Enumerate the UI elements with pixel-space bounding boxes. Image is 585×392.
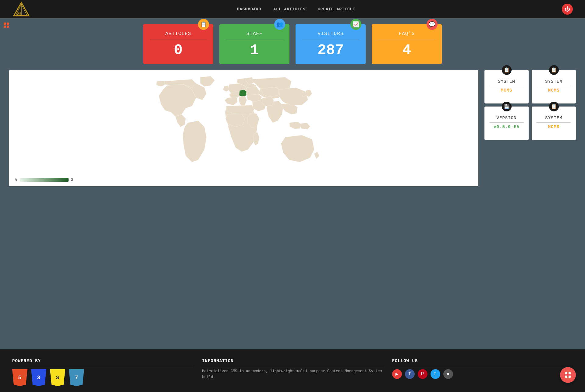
logo: CMS bbox=[12, 2, 30, 16]
nav-dashboard[interactable]: DASHBOARD bbox=[237, 7, 261, 12]
nav-create-article[interactable]: CREATE ARTICLE bbox=[318, 7, 355, 12]
info-card-system2: 📋 System MCMS bbox=[532, 70, 576, 103]
social-twitter[interactable]: t bbox=[431, 369, 440, 379]
svg-rect-7 bbox=[569, 376, 571, 378]
visitors-icon: 📈 bbox=[350, 19, 361, 30]
legend-min: 0 bbox=[15, 178, 17, 182]
info-cards-grid: 📋 System MCMS 📋 System MCMS 💾 Version v0… bbox=[484, 70, 576, 140]
logo-icon: CMS bbox=[12, 2, 30, 16]
info-card-value-1: MCMS bbox=[489, 88, 524, 93]
info-card-system1: 📋 System MCMS bbox=[484, 70, 529, 103]
svg-rect-6 bbox=[565, 376, 567, 378]
sidebar-toggle[interactable] bbox=[2, 21, 10, 29]
articles-title: Articles bbox=[149, 31, 207, 39]
world-map-wrapper bbox=[12, 73, 475, 177]
legend-bar bbox=[20, 178, 69, 182]
info-card-label-4: System bbox=[537, 116, 571, 123]
social-links: ▶ f P t ● bbox=[392, 369, 573, 379]
info-card-label-2: System bbox=[537, 79, 571, 86]
articles-icon: 📋 bbox=[198, 19, 209, 30]
stat-card-faqs: 💬 FAQ'S 4 bbox=[372, 24, 442, 64]
social-facebook[interactable]: f bbox=[405, 369, 415, 379]
svg-text:CMS: CMS bbox=[16, 12, 21, 15]
fab-icon bbox=[564, 371, 572, 379]
visitors-value: 287 bbox=[317, 43, 344, 58]
articles-value: 0 bbox=[174, 43, 183, 58]
faqs-value: 4 bbox=[402, 43, 411, 58]
faqs-icon: 💬 bbox=[427, 19, 438, 30]
info-card-value-3: v0.5.0-EA bbox=[489, 124, 524, 129]
world-map-svg bbox=[12, 73, 475, 177]
css3-badge: 3 bbox=[31, 369, 46, 386]
svg-rect-4 bbox=[565, 372, 567, 374]
js-badge: S bbox=[50, 369, 65, 386]
map-legend: 0 2 bbox=[12, 177, 475, 183]
info-card-value-4: MCMS bbox=[537, 124, 571, 129]
v7-badge: 7 bbox=[69, 369, 84, 386]
staff-title: Staff bbox=[225, 31, 283, 39]
navbar: CMS DASHBOARD ALL ARTICLES CREATE ARTICL… bbox=[0, 0, 585, 18]
info-card-label-3: Version bbox=[489, 116, 524, 123]
footer-follow-us-title: Follow Us bbox=[392, 359, 573, 366]
nav-links: DASHBOARD ALL ARTICLES CREATE ARTICLE bbox=[237, 7, 355, 12]
footer-powered-by-title: Powered by bbox=[12, 359, 193, 366]
stat-card-articles: 📋 Articles 0 bbox=[143, 24, 213, 64]
footer-follow-us: Follow Us ▶ f P t ● bbox=[392, 359, 573, 386]
nav-all-articles[interactable]: ALL ARTICLES bbox=[273, 7, 306, 12]
social-other[interactable]: ● bbox=[443, 369, 453, 379]
info-card-system3: 📋 System MCMS bbox=[532, 107, 576, 140]
footer-information-text: Materialized CMS is an modern, lightweig… bbox=[202, 369, 383, 380]
info-card-icon-2: 📋 bbox=[549, 65, 559, 75]
map-container: 0 2 bbox=[9, 70, 478, 186]
social-pinterest[interactable]: P bbox=[418, 369, 427, 379]
footer-logos: 5 3 S 7 bbox=[12, 369, 193, 386]
svg-rect-5 bbox=[569, 372, 571, 374]
social-youtube[interactable]: ▶ bbox=[392, 369, 402, 379]
footer: Powered by 5 3 S 7 Information Materiali… bbox=[0, 349, 585, 392]
stat-cards-row: 📋 Articles 0 👥 Staff 1 📈 Visitors 287 💬 … bbox=[9, 24, 576, 64]
faqs-title: FAQ'S bbox=[378, 31, 436, 39]
legend-max: 2 bbox=[71, 178, 73, 182]
info-card-version: 💾 Version v0.5.0-EA bbox=[484, 107, 529, 140]
html5-badge: 5 bbox=[12, 369, 27, 386]
stat-card-visitors: 📈 Visitors 287 bbox=[296, 24, 366, 64]
stat-card-staff: 👥 Staff 1 bbox=[219, 24, 289, 64]
bottom-section: 0 2 📋 System MCMS 📋 System MCMS 💾 Ver bbox=[9, 70, 576, 186]
info-card-value-2: MCMS bbox=[537, 88, 571, 93]
info-card-icon-3: 💾 bbox=[502, 102, 512, 111]
fab-button[interactable] bbox=[560, 367, 576, 383]
main-content: 📋 Articles 0 👥 Staff 1 📈 Visitors 287 💬 … bbox=[0, 18, 585, 349]
footer-information: Information Materialized CMS is an moder… bbox=[202, 359, 392, 386]
footer-powered-by: Powered by 5 3 S 7 bbox=[12, 359, 202, 386]
power-button[interactable]: ⏻ bbox=[562, 4, 573, 15]
info-card-label-1: System bbox=[489, 79, 524, 86]
footer-information-title: Information bbox=[202, 359, 383, 366]
staff-value: 1 bbox=[250, 43, 259, 58]
info-card-icon-1: 📋 bbox=[502, 65, 512, 75]
info-card-icon-4: 📋 bbox=[549, 102, 559, 111]
visitors-title: Visitors bbox=[302, 31, 360, 39]
staff-icon: 👥 bbox=[274, 19, 285, 30]
